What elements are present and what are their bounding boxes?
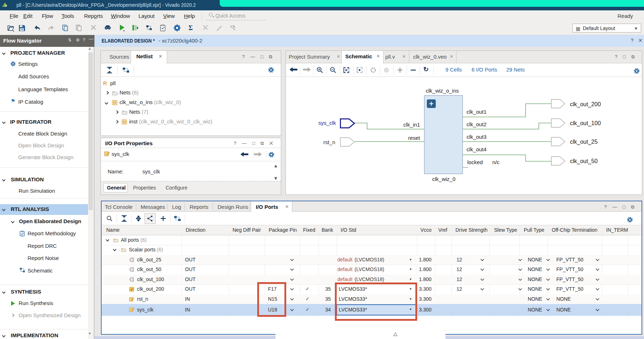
svg-text:Σ: Σ	[189, 24, 193, 31]
svg-text:clk_out_25: clk_out_25	[570, 139, 597, 145]
svg-text:rst_n: rst_n	[323, 139, 335, 145]
svg-text:clk_wiz_0: clk_wiz_0	[432, 176, 455, 182]
svg-text:clk_out1: clk_out1	[467, 109, 487, 115]
svg-text:clk_in1: clk_in1	[403, 122, 420, 128]
svg-text:clk_out3: clk_out3	[467, 134, 487, 140]
svg-text:n/c: n/c	[492, 159, 500, 165]
svg-text:reset: reset	[408, 135, 420, 141]
svg-text:clk_out_50: clk_out_50	[570, 158, 597, 164]
svg-text:locked: locked	[467, 159, 483, 165]
svg-text:clk_out_100: clk_out_100	[570, 120, 601, 127]
svg-text:clk_out4: clk_out4	[467, 146, 487, 152]
svg-text:clk_out_200: clk_out_200	[570, 101, 601, 108]
svg-text:clk_out2: clk_out2	[467, 121, 487, 127]
svg-text:clk_wiz_o_ins: clk_wiz_o_ins	[426, 88, 459, 94]
svg-text:sys_clk: sys_clk	[318, 120, 336, 126]
